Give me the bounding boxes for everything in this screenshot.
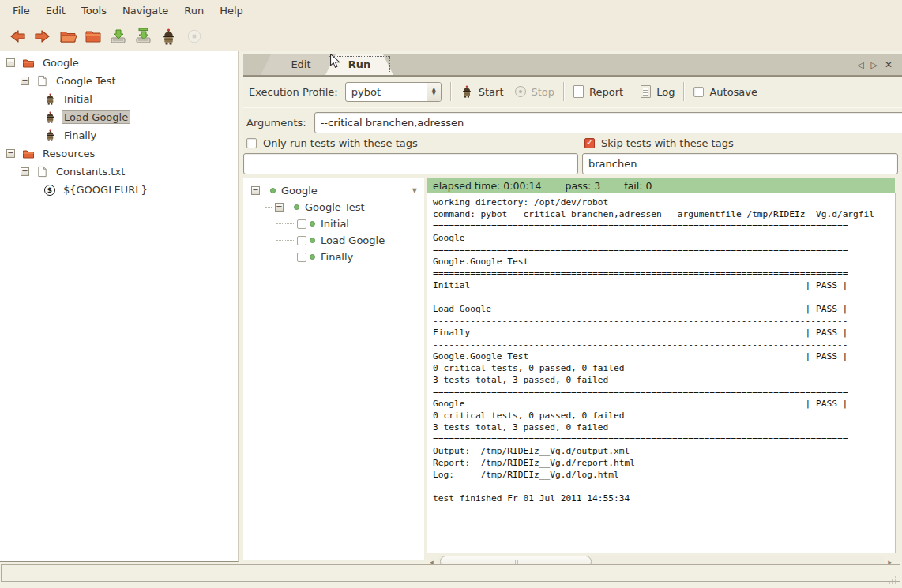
autosave-toggle[interactable]: Autosave: [693, 86, 757, 98]
tree-item-label: Constants.txt: [54, 165, 127, 178]
tree-item-googleurl-variable[interactable]: ${GOOGLEURL}: [0, 181, 238, 199]
forward-icon[interactable]: [32, 26, 53, 47]
run-robot-icon[interactable]: [158, 26, 179, 47]
tree-item-load-google[interactable]: Load Google: [0, 108, 238, 126]
save-all-icon[interactable]: [133, 26, 154, 47]
tree-item-label: Google Test: [54, 74, 118, 88]
tab-scroll-left-icon[interactable]: [857, 61, 863, 69]
fail-count: fail: 0: [624, 180, 652, 192]
tab-scroll-right-icon[interactable]: [870, 61, 877, 69]
menu-file[interactable]: File: [5, 2, 38, 20]
console-line: Finally| PASS |: [433, 327, 848, 339]
console-line: Output: /tmp/RIDEIz__Vg.d/output.xml: [433, 445, 848, 457]
variable-icon: [44, 185, 55, 196]
report-button[interactable]: Report: [573, 85, 623, 98]
tree-item-constants[interactable]: Constants.txt: [0, 163, 238, 181]
separator: [683, 82, 685, 101]
execution-profile-select[interactable]: pybot: [345, 82, 442, 102]
skip-tags-checkbox[interactable]: [584, 138, 595, 148]
folder-icon: [22, 57, 35, 69]
main-toolbar: [0, 21, 902, 51]
separator: [450, 82, 452, 101]
run-status-bar: elapsed time: 0:00:14 pass: 3 fail: 0: [427, 178, 895, 193]
menu-run[interactable]: Run: [176, 2, 212, 20]
menu-help[interactable]: Help: [212, 2, 251, 20]
tree-item-google[interactable]: Google: [0, 54, 238, 72]
menu-bar: File Edit Tools Navigate Run Help: [0, 0, 902, 21]
arguments-input[interactable]: [314, 112, 902, 133]
test-tree-item-google[interactable]: Google: [243, 182, 424, 199]
menu-tools[interactable]: Tools: [73, 2, 115, 20]
test-tree-item-finally[interactable]: Finally: [243, 249, 424, 265]
status-dot-icon: [310, 221, 315, 227]
skip-tags-input[interactable]: [582, 153, 898, 174]
test-selection-tree: Google Google Test Initial Load Google: [243, 178, 424, 560]
autosave-label: Autosave: [709, 86, 757, 98]
spinner-icon[interactable]: [427, 83, 441, 101]
tree-item-resources[interactable]: Resources: [0, 144, 238, 163]
folder-icon: [22, 148, 35, 160]
test-checkbox[interactable]: [297, 219, 306, 229]
console-line: Google.Google Test: [433, 256, 848, 268]
console-line: 0 critical tests, 0 passed, 0 failed: [433, 362, 848, 374]
log-page-icon: [641, 85, 651, 98]
collapse-icon[interactable]: [275, 203, 284, 212]
resize-grip-icon[interactable]: [895, 576, 896, 578]
collapse-icon[interactable]: [6, 58, 15, 67]
tree-item-initial[interactable]: Initial: [0, 90, 238, 108]
notebook-tab-bar: Edit Run: [243, 54, 902, 76]
tree-item-finally[interactable]: Finally: [0, 126, 238, 144]
report-page-icon: [573, 85, 584, 98]
console-line: test finished Fr 01 Jul 2011 14:55:34: [433, 492, 848, 504]
console-line: Initial| PASS |: [433, 279, 848, 291]
menu-navigate[interactable]: Navigate: [115, 2, 176, 20]
only-run-tags-input[interactable]: [243, 153, 578, 174]
console-line: Google: [433, 232, 848, 244]
only-run-tags-toggle[interactable]: Only run tests with these tags: [246, 137, 418, 149]
tree-item-google-test[interactable]: Google Test: [0, 72, 238, 90]
collapse-icon[interactable]: [21, 167, 29, 176]
divider: [243, 107, 902, 108]
test-tree-item-initial[interactable]: Initial: [243, 215, 424, 232]
start-button[interactable]: Start: [460, 85, 504, 98]
stop-label: Stop: [532, 86, 555, 98]
log-button[interactable]: Log: [641, 85, 675, 98]
tree-connector: [276, 223, 294, 224]
tree-item-label-selected: Load Google: [62, 110, 130, 124]
collapse-icon[interactable]: [251, 186, 260, 195]
back-icon[interactable]: [6, 26, 28, 47]
open-folder-icon[interactable]: [57, 26, 78, 47]
status-dot-icon: [310, 238, 315, 243]
tab-close-icon[interactable]: [885, 60, 893, 69]
test-checkbox[interactable]: [297, 253, 306, 262]
separator: [563, 82, 565, 101]
status-dot-icon: [294, 204, 299, 210]
tree-item-label: ${GOOGLEURL}: [61, 183, 150, 197]
robot-test-icon: [44, 129, 56, 141]
file-icon: [36, 166, 48, 178]
robot-test-icon: [44, 93, 56, 105]
autosave-checkbox[interactable]: [693, 87, 704, 97]
robot-test-icon: [44, 111, 56, 123]
test-checkbox[interactable]: [297, 236, 306, 245]
tree-dropdown-icon[interactable]: [412, 187, 417, 194]
collapse-icon[interactable]: [6, 149, 15, 158]
console-line: ----------------------------------------…: [433, 291, 848, 303]
menu-edit[interactable]: Edit: [38, 2, 73, 20]
skip-tags-toggle[interactable]: Skip tests with these tags: [584, 137, 734, 149]
tree-item-label: Resources: [40, 147, 97, 160]
console-line: working directory: /opt/dev/robot: [433, 197, 848, 208]
folder-icon[interactable]: [82, 26, 103, 47]
tree-item-label: Google: [40, 56, 81, 69]
test-tree-item-load-google[interactable]: Load Google: [243, 232, 424, 249]
project-tree: Google Google Test Initial Load Google F…: [0, 51, 239, 562]
test-tree-item-google-test[interactable]: Google Test: [243, 199, 424, 215]
console-line: ========================================…: [433, 244, 848, 256]
collapse-icon[interactable]: [21, 77, 29, 85]
only-run-tags-checkbox[interactable]: [246, 138, 257, 148]
report-label: Report: [589, 86, 623, 98]
log-label: Log: [656, 86, 675, 98]
console-output[interactable]: working directory: /opt/dev/robotcommand…: [427, 193, 896, 553]
save-icon[interactable]: [107, 26, 129, 47]
console-line: ========================================…: [433, 433, 848, 445]
